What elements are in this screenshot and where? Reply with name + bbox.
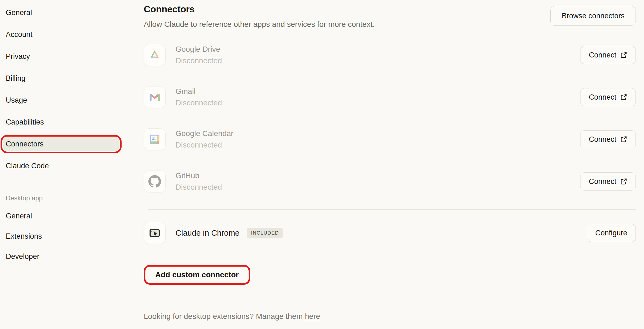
connect-google-drive-button[interactable]: Connect bbox=[580, 46, 636, 64]
connector-name: Google Drive bbox=[176, 45, 222, 54]
manage-extensions-link[interactable]: here bbox=[305, 312, 320, 321]
connector-status: Disconnected bbox=[176, 183, 222, 192]
gmail-icon bbox=[144, 86, 166, 108]
sidebar-item-usage[interactable]: Usage bbox=[0, 89, 129, 111]
claude-in-chrome-icon bbox=[144, 222, 166, 244]
sidebar-item-account[interactable]: Account bbox=[0, 24, 129, 45]
sidebar-item-general[interactable]: General bbox=[0, 2, 129, 24]
red-annotation-ring-connectors: Connectors bbox=[1, 135, 122, 153]
desktop-extensions-note: Looking for desktop extensions? Manage t… bbox=[144, 312, 636, 321]
external-link-icon bbox=[620, 178, 627, 185]
connector-row-github: GitHub Disconnected Connect bbox=[144, 160, 636, 203]
browse-connectors-button[interactable]: Browse connectors bbox=[550, 6, 636, 26]
panel-header: Connectors Allow Claude to reference oth… bbox=[144, 0, 636, 29]
external-link-icon bbox=[620, 136, 627, 143]
github-icon bbox=[144, 171, 166, 192]
sidebar-item-privacy[interactable]: Privacy bbox=[0, 45, 129, 67]
google-drive-icon bbox=[144, 44, 166, 66]
red-annotation-ring-add-custom: Add custom connector bbox=[144, 265, 250, 285]
sidebar-section-desktop-app: Desktop app bbox=[0, 191, 129, 206]
included-badge: INCLUDED bbox=[247, 228, 283, 238]
connector-status: Disconnected bbox=[176, 56, 222, 65]
connect-github-button[interactable]: Connect bbox=[580, 172, 636, 191]
connect-google-calendar-button[interactable]: Connect bbox=[580, 130, 636, 148]
connector-row-claude-in-chrome: Claude in Chrome INCLUDED Configure bbox=[144, 212, 636, 254]
section-divider bbox=[148, 209, 636, 210]
settings-sidebar: General Account Privacy Billing Usage Ca… bbox=[0, 0, 129, 267]
connect-button-label: Connect bbox=[589, 51, 616, 59]
sidebar-item-claude-code[interactable]: Claude Code bbox=[0, 155, 129, 177]
connectors-panel: Connectors Allow Claude to reference oth… bbox=[144, 0, 636, 321]
external-link-icon bbox=[620, 94, 627, 101]
connect-button-label: Connect bbox=[589, 177, 616, 186]
sidebar-item-desktop-developer[interactable]: Developer bbox=[0, 246, 129, 267]
sidebar-item-connectors[interactable]: Connectors bbox=[3, 137, 119, 151]
sidebar-item-desktop-extensions[interactable]: Extensions bbox=[0, 226, 129, 246]
connector-text: Gmail Disconnected bbox=[176, 87, 222, 107]
calendar-day-number: 31 bbox=[152, 137, 156, 141]
external-link-icon bbox=[620, 51, 627, 59]
connector-status: Disconnected bbox=[176, 99, 222, 107]
configure-claude-in-chrome-button[interactable]: Configure bbox=[587, 224, 636, 242]
connector-row-google-drive: Google Drive Disconnected Connect bbox=[144, 34, 636, 76]
add-custom-connector-area: Add custom connector bbox=[144, 265, 250, 285]
connector-status: Disconnected bbox=[176, 141, 234, 149]
connect-button-label: Connect bbox=[589, 93, 616, 102]
connector-name: Claude in Chrome bbox=[176, 229, 240, 238]
connect-gmail-button[interactable]: Connect bbox=[580, 88, 636, 106]
connect-button-label: Connect bbox=[589, 135, 616, 144]
connector-text: Google Calendar Disconnected bbox=[176, 129, 234, 149]
connector-row-google-calendar: 31 Google Calendar Disconnected Connect bbox=[144, 118, 636, 160]
add-custom-connector-button[interactable]: Add custom connector bbox=[146, 267, 248, 282]
sidebar-item-connectors-row: Connectors bbox=[0, 133, 129, 155]
connector-text: Google Drive Disconnected bbox=[176, 45, 222, 65]
connector-row-gmail: Gmail Disconnected Connect bbox=[144, 76, 636, 118]
panel-header-text: Connectors Allow Claude to reference oth… bbox=[144, 4, 375, 29]
connectors-list: Google Drive Disconnected Connect bbox=[144, 34, 636, 203]
connector-name: Google Calendar bbox=[176, 129, 234, 138]
google-calendar-icon: 31 bbox=[144, 128, 166, 150]
connector-name: Gmail bbox=[176, 87, 222, 96]
chrome-row-text: Claude in Chrome INCLUDED bbox=[176, 228, 283, 238]
connector-text: GitHub Disconnected bbox=[176, 171, 222, 192]
page-subtitle: Allow Claude to reference other apps and… bbox=[144, 20, 375, 29]
connector-name: GitHub bbox=[176, 171, 222, 180]
page-title: Connectors bbox=[144, 4, 375, 15]
sidebar-item-billing[interactable]: Billing bbox=[0, 67, 129, 89]
sidebar-item-desktop-general[interactable]: General bbox=[0, 206, 129, 226]
note-text: Looking for desktop extensions? Manage t… bbox=[144, 312, 305, 321]
sidebar-item-capabilities[interactable]: Capabilities bbox=[0, 111, 129, 133]
